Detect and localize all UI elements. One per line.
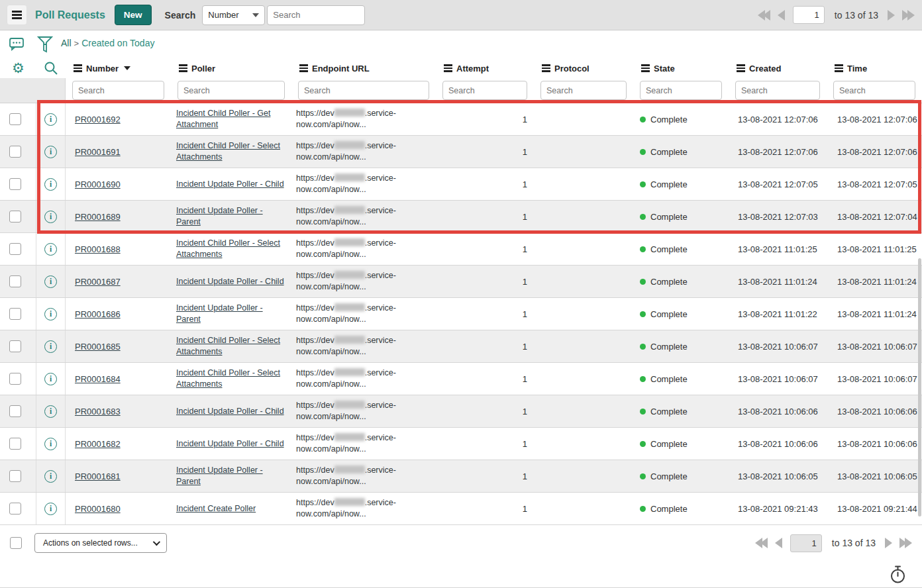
next-page-button[interactable] bbox=[887, 10, 896, 21]
search-field-select[interactable]: Number bbox=[202, 5, 265, 25]
info-icon[interactable]: i bbox=[44, 308, 57, 320]
attempt-column-search-input[interactable] bbox=[442, 81, 527, 100]
first-page-button[interactable] bbox=[754, 538, 768, 548]
breadcrumb-filter-link[interactable]: Created on Today bbox=[81, 38, 154, 48]
column-header-number[interactable]: Number bbox=[66, 64, 171, 74]
time-column-search-input[interactable] bbox=[833, 81, 915, 100]
previous-page-button[interactable] bbox=[777, 10, 786, 21]
column-menu-icon[interactable] bbox=[179, 68, 187, 69]
protocol-column-search-input[interactable] bbox=[540, 81, 627, 100]
info-icon[interactable]: i bbox=[44, 275, 57, 288]
first-page-button[interactable] bbox=[757, 10, 771, 21]
column-menu-icon[interactable] bbox=[74, 68, 82, 69]
number-column-search-input[interactable] bbox=[72, 81, 164, 100]
number-link[interactable]: PR0001680 bbox=[75, 504, 121, 514]
column-header-poller[interactable]: Poller bbox=[171, 64, 291, 74]
poller-link[interactable]: Incident Update Poller - Child bbox=[176, 179, 284, 189]
row-checkbox[interactable] bbox=[9, 178, 21, 190]
number-link[interactable]: PR0001686 bbox=[75, 309, 121, 319]
info-icon[interactable]: i bbox=[44, 503, 57, 515]
row-checkbox[interactable] bbox=[9, 113, 21, 125]
page-number-input[interactable] bbox=[790, 534, 822, 552]
column-menu-icon[interactable] bbox=[299, 68, 308, 69]
column-header-time[interactable]: Time bbox=[827, 64, 922, 74]
row-checkbox[interactable] bbox=[9, 503, 21, 514]
info-icon[interactable]: i bbox=[44, 178, 57, 191]
poller-link[interactable]: Incident Update Poller - Child bbox=[176, 277, 284, 286]
poller-link[interactable]: Incident Update Poller - Parent bbox=[176, 206, 263, 226]
row-checkbox[interactable] bbox=[9, 211, 21, 222]
new-button[interactable]: New bbox=[115, 5, 152, 25]
column-menu-icon[interactable] bbox=[835, 68, 843, 69]
info-icon[interactable]: i bbox=[44, 243, 57, 256]
endpoint-url-column-search-input[interactable] bbox=[298, 81, 429, 100]
next-page-button[interactable] bbox=[884, 538, 893, 548]
number-link[interactable]: PR0001690 bbox=[75, 179, 121, 189]
column-header-created[interactable]: Created bbox=[729, 64, 827, 74]
row-checkbox[interactable] bbox=[9, 146, 21, 158]
poller-link[interactable]: Incident Update Poller - Child bbox=[176, 439, 284, 448]
column-menu-icon[interactable] bbox=[737, 68, 745, 69]
refresh-timer-button[interactable] bbox=[889, 565, 907, 587]
number-link[interactable]: PR0001689 bbox=[75, 212, 121, 222]
info-icon[interactable]: i bbox=[44, 438, 57, 450]
poller-link[interactable]: Incident Child Poller - Get Attachment bbox=[176, 109, 270, 129]
column-header-attempt[interactable]: Attempt bbox=[436, 64, 534, 74]
poller-link[interactable]: Incident Update Poller - Parent bbox=[176, 303, 263, 324]
number-link[interactable]: PR0001681 bbox=[75, 471, 121, 481]
number-link[interactable]: PR0001687 bbox=[75, 277, 121, 287]
info-icon[interactable]: i bbox=[44, 211, 57, 223]
number-link[interactable]: PR0001685 bbox=[75, 342, 121, 352]
row-checkbox[interactable] bbox=[9, 340, 21, 352]
poller-link[interactable]: Incident Update Poller - Parent bbox=[176, 466, 263, 486]
info-icon[interactable]: i bbox=[44, 146, 57, 158]
row-checkbox[interactable] bbox=[9, 243, 21, 255]
select-all-checkbox[interactable] bbox=[10, 537, 22, 549]
poller-column-search-input[interactable] bbox=[178, 81, 285, 100]
filter-button[interactable] bbox=[36, 35, 54, 53]
poller-link[interactable]: Incident Child Poller - Select Attachmen… bbox=[176, 368, 280, 389]
previous-page-button[interactable] bbox=[774, 538, 783, 548]
info-icon[interactable]: i bbox=[44, 470, 57, 483]
last-page-button[interactable] bbox=[901, 10, 915, 21]
info-icon[interactable]: i bbox=[44, 340, 57, 353]
actions-on-selected-rows-select[interactable]: Actions on selected rows... bbox=[34, 533, 167, 553]
number-link[interactable]: PR0001688 bbox=[75, 244, 121, 254]
column-header-state[interactable]: State bbox=[633, 64, 729, 74]
created-column-search-input[interactable] bbox=[735, 81, 820, 100]
list-search-toggle-button[interactable] bbox=[43, 60, 59, 76]
personalize-list-button[interactable]: ⚙ bbox=[12, 62, 25, 75]
column-menu-icon[interactable] bbox=[641, 68, 650, 69]
vertical-scrollbar[interactable] bbox=[918, 258, 921, 516]
info-icon[interactable]: i bbox=[44, 113, 57, 126]
row-checkbox[interactable] bbox=[9, 405, 21, 417]
page-number-input[interactable] bbox=[793, 6, 825, 24]
number-link[interactable]: PR0001691 bbox=[75, 147, 121, 157]
state-column-search-input[interactable] bbox=[640, 81, 722, 100]
context-menu-button[interactable] bbox=[7, 5, 27, 25]
last-page-button[interactable] bbox=[899, 538, 913, 548]
row-checkbox[interactable] bbox=[9, 308, 21, 320]
column-header-endpoint-url[interactable]: Endpoint URL bbox=[291, 64, 436, 74]
poller-link[interactable]: Incident Child Poller - Select Attachmen… bbox=[176, 336, 280, 356]
breadcrumb-all-link[interactable]: All bbox=[61, 38, 72, 48]
column-header-protocol[interactable]: Protocol bbox=[534, 64, 633, 74]
poller-link[interactable]: Incident Child Poller - Select Attachmen… bbox=[176, 238, 280, 259]
global-search-input[interactable] bbox=[267, 5, 365, 25]
row-checkbox[interactable] bbox=[9, 373, 21, 385]
collaboration-chat-button[interactable] bbox=[9, 36, 25, 52]
column-menu-icon[interactable] bbox=[542, 68, 550, 69]
number-link[interactable]: PR0001682 bbox=[75, 439, 121, 449]
row-checkbox[interactable] bbox=[9, 275, 21, 287]
row-checkbox[interactable] bbox=[9, 438, 21, 450]
info-icon[interactable]: i bbox=[44, 405, 57, 418]
row-checkbox[interactable] bbox=[9, 470, 21, 482]
column-menu-icon[interactable] bbox=[444, 68, 452, 69]
poller-link[interactable]: Incident Child Poller - Select Attachmen… bbox=[176, 141, 280, 162]
number-link[interactable]: PR0001692 bbox=[75, 115, 121, 124]
info-icon[interactable]: i bbox=[44, 373, 57, 385]
number-link[interactable]: PR0001684 bbox=[75, 374, 121, 384]
number-link[interactable]: PR0001683 bbox=[75, 407, 121, 416]
poller-link[interactable]: Incident Update Poller - Child bbox=[176, 407, 284, 416]
poller-link[interactable]: Incident Create Poller bbox=[176, 504, 256, 513]
